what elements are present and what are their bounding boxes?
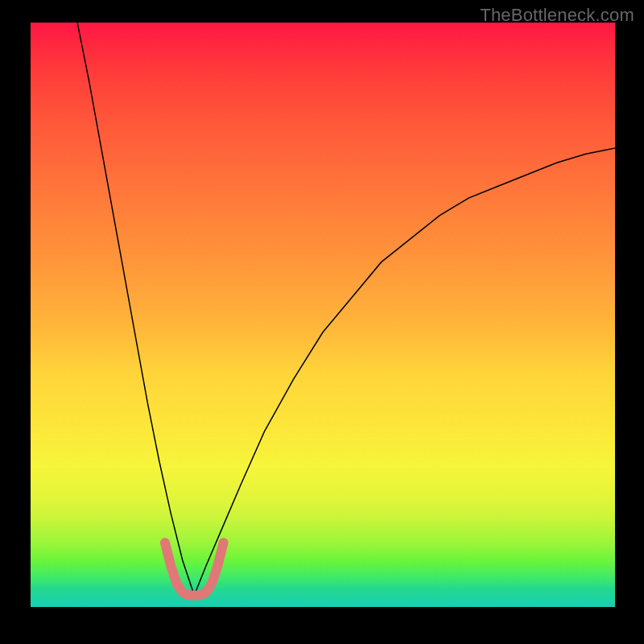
chart-plot-area [31,23,615,607]
left-curve [77,23,194,595]
chart-svg [31,23,615,607]
bottom-marker [165,543,224,595]
watermark-text: TheBottleneck.com [480,5,634,26]
right-curve [194,148,615,595]
